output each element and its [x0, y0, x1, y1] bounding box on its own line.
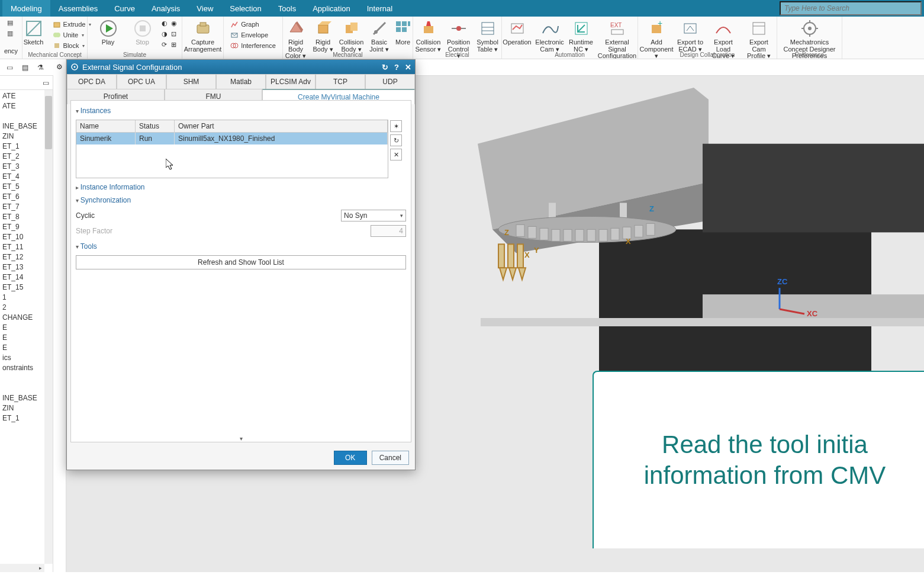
ribbon-small-a[interactable]: ▤ [6, 18, 17, 28]
section-instance-info[interactable]: Instance Information [76, 181, 406, 194]
quick-filter-icon[interactable]: ⚗ [34, 62, 46, 73]
tree-item[interactable]: ET_6 [1, 192, 44, 202]
tree-item[interactable]: ZIN [1, 403, 44, 413]
tree-item[interactable]: ATE [1, 91, 44, 101]
col-status[interactable]: Status [136, 120, 175, 132]
col-name[interactable]: Name [76, 120, 136, 132]
interference-button[interactable]: Interference [229, 40, 277, 51]
tree-vscrollbar[interactable] [44, 90, 53, 564]
tree-item[interactable]: E [1, 343, 44, 353]
col-owner[interactable]: Owner Part [175, 120, 388, 132]
tab-opc-da[interactable]: OPC DA [67, 74, 117, 89]
tree-item[interactable]: CHANGE [1, 313, 44, 323]
section-synchronization[interactable]: Synchronization [76, 194, 406, 207]
tree-item[interactable]: ZIN [1, 131, 44, 142]
tree-item[interactable]: ET_14 [1, 272, 44, 282]
tree-item[interactable]: ET_3 [1, 162, 44, 172]
tree-item[interactable]: ET_8 [1, 212, 44, 222]
tree-item[interactable] [1, 383, 44, 393]
tree-item[interactable]: INE_BASE [1, 121, 44, 131]
tree-item[interactable]: ics [1, 353, 44, 363]
ribbon-small-b[interactable]: ▥ [6, 28, 17, 39]
table-row[interactable]: Sinumerik Run Sinumill5ax_NX1980_Finishe… [76, 133, 388, 144]
svg-rect-26 [396, 27, 401, 32]
tree-item[interactable]: 2 [1, 303, 44, 313]
tree-item[interactable] [1, 111, 44, 121]
tree-item[interactable]: onstraints [1, 363, 44, 373]
sim-small-4[interactable]: ◉ [170, 18, 178, 28]
tree-item[interactable] [1, 373, 44, 383]
tree-item[interactable]: ET_13 [1, 262, 44, 272]
dialog-close-icon[interactable]: ✕ [405, 63, 411, 72]
tab-udp[interactable]: UDP [365, 74, 415, 89]
play-button[interactable]: Play [92, 18, 125, 50]
tree-item[interactable]: ET_2 [1, 152, 44, 162]
block-button[interactable]: Block [51, 40, 93, 51]
instance-refresh-button[interactable]: ↻ [390, 134, 402, 146]
tree-item[interactable]: INE_BASE [1, 393, 44, 403]
tree-item[interactable]: ET_15 [1, 282, 44, 293]
envelope-button[interactable]: Envelope [229, 30, 277, 40]
dialog-titlebar[interactable]: External Signal Configuration ↻ ? ✕ [67, 60, 415, 74]
unite-button[interactable]: Unite [51, 30, 93, 40]
stop-button[interactable]: Stop [126, 18, 159, 50]
vtool-gear-icon[interactable]: ⚙ [56, 63, 63, 71]
tree-item[interactable]: E [1, 323, 44, 333]
menu-application[interactable]: Application [304, 0, 359, 17]
menu-internal[interactable]: Internal [359, 0, 401, 17]
tree-item[interactable]: ET_11 [1, 242, 44, 252]
ok-button[interactable]: OK [334, 451, 367, 465]
search-input[interactable] [780, 1, 922, 15]
sim-small-6[interactable]: ⊞ [170, 39, 178, 50]
sim-small-5[interactable]: ⊡ [170, 28, 178, 39]
tree-item[interactable]: ET_7 [1, 202, 44, 212]
tree-scroll-thumb[interactable] [45, 96, 52, 149]
instance-add-button[interactable]: ✶ [390, 120, 402, 132]
tree-item[interactable]: ET_1 [1, 142, 44, 152]
tab-matlab[interactable]: Matlab [216, 74, 266, 89]
quick-2[interactable]: ▤ [19, 62, 31, 73]
sketch-button[interactable]: Sketch [17, 18, 50, 51]
quick-1[interactable]: ▭ [4, 62, 15, 73]
menu-view[interactable]: View [188, 0, 221, 17]
tab-tcp[interactable]: TCP [315, 74, 365, 89]
step-factor-spinner[interactable]: 4 [371, 225, 406, 237]
tree-hscrollbar[interactable]: ▸ [0, 564, 44, 572]
tab-shm[interactable]: SHM [166, 74, 216, 89]
capture-button[interactable]: Capture Arrangement [186, 18, 220, 53]
dialog-help-icon[interactable]: ? [394, 63, 399, 72]
instance-delete-button[interactable]: ✕ [390, 149, 402, 160]
sim-small-2[interactable]: ◑ [160, 28, 169, 39]
section-instances[interactable]: Instances [76, 104, 406, 117]
tree-item[interactable]: 1 [1, 293, 44, 303]
menu-tools[interactable]: Tools [270, 0, 304, 17]
tree-item[interactable]: E [1, 333, 44, 343]
sim-small-1[interactable]: ◐ [160, 18, 169, 28]
tree-item[interactable]: ATE [1, 101, 44, 111]
menu-analysis[interactable]: Analysis [143, 0, 188, 17]
graph-button[interactable]: Graph [229, 19, 277, 30]
refresh-tool-list-button[interactable]: Refresh and Show Tool List [76, 255, 406, 269]
tree-item[interactable]: ET_5 [1, 182, 44, 192]
menu-curve[interactable]: Curve [106, 0, 143, 17]
menu-assemblies[interactable]: Assemblies [50, 0, 106, 17]
cyclic-select[interactable]: No Syn [341, 210, 406, 221]
ribbon-group-design: Design Collaboration [638, 52, 777, 58]
tree-item[interactable]: ET_4 [1, 172, 44, 182]
sim-small-3[interactable]: ⟳ [160, 39, 169, 50]
menu-modeling[interactable]: Modeling [2, 0, 50, 17]
tree-item[interactable]: ET_1 [1, 413, 44, 423]
expand-down-icon[interactable]: ▾ [76, 435, 406, 442]
section-tools[interactable]: Tools [76, 240, 406, 253]
menu-selection[interactable]: Selection [221, 0, 269, 17]
tab-opc-ua[interactable]: OPC UA [117, 74, 166, 89]
tab-plcsim[interactable]: PLCSIM Adv [266, 74, 315, 89]
cancel-button[interactable]: Cancel [372, 451, 409, 465]
tree-hscroll-right[interactable]: ▸ [36, 565, 44, 571]
tree-item[interactable]: ET_9 [1, 222, 44, 232]
tree-item[interactable]: ET_12 [1, 252, 44, 262]
tree-item[interactable]: ET_10 [1, 232, 44, 242]
dialog-reset-icon[interactable]: ↻ [382, 63, 388, 72]
extrude-button[interactable]: Extrude [51, 19, 93, 30]
tree-header-icon[interactable]: ▭ [43, 79, 49, 87]
